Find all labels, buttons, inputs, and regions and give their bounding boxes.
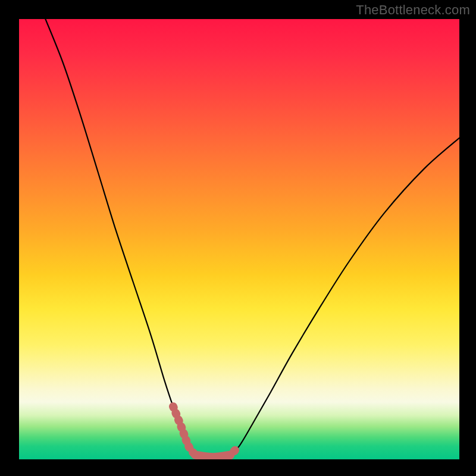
curve-layer: [19, 19, 459, 459]
highlight-left: [173, 406, 196, 456]
watermark-text: TheBottleneck.com: [356, 2, 470, 18]
right-curve: [230, 138, 459, 455]
highlight-base: [195, 455, 230, 458]
left-curve: [45, 19, 195, 455]
plot-area: [19, 19, 459, 459]
chart-frame: TheBottleneck.com: [0, 0, 476, 476]
